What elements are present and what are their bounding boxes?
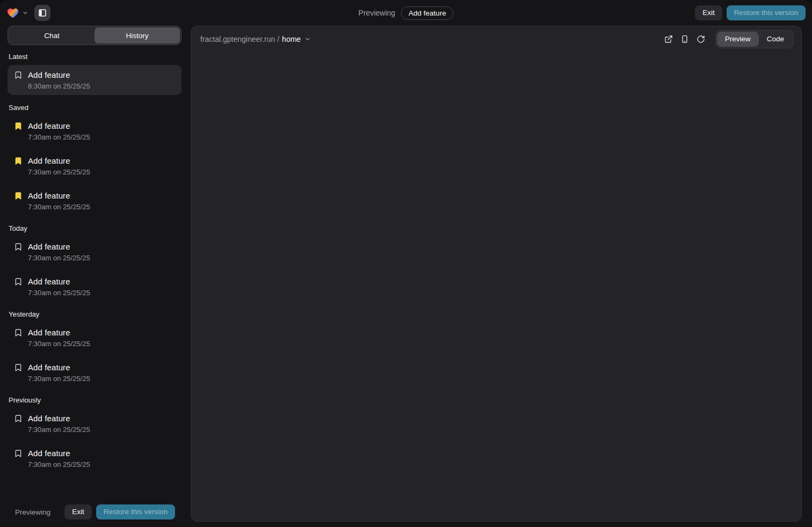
bookmark-icon: [14, 449, 23, 458]
bookmark-icon: [14, 414, 23, 423]
footer-exit-button[interactable]: Exit: [64, 504, 92, 519]
history-item-text: Add feature 7:30am on 25/25/25: [28, 413, 90, 434]
history-section: Previously Add feature 7:30am on 25/25/2…: [8, 396, 182, 473]
section-items: Add feature 8:30am on 25/25/25: [8, 65, 182, 95]
exit-button[interactable]: Exit: [695, 5, 722, 20]
section-label: Latest: [9, 53, 180, 61]
sidebar-footer: Previewing Exit Restore this version: [8, 500, 182, 527]
mobile-view-button[interactable]: [677, 31, 693, 47]
bookmark-outline-icon: [14, 363, 23, 372]
tab-preview[interactable]: Preview: [717, 32, 759, 47]
history-item-text: Add feature 7:30am on 25/25/25: [28, 362, 90, 383]
history-item-time: 7:30am on 25/25/25: [28, 339, 90, 348]
history-item[interactable]: Add feature 7:30am on 25/25/25: [8, 272, 182, 302]
history-item-title: Add feature: [28, 69, 90, 80]
history-item-title: Add feature: [28, 241, 90, 252]
history-item-time: 7:30am on 25/25/25: [28, 167, 90, 177]
bookmark-icon: [14, 71, 23, 79]
app-window: Previewing Add feature Exit Restore this…: [0, 0, 812, 527]
bookmark-filled-icon: [14, 157, 23, 165]
panel-left-icon: [38, 9, 47, 17]
footer-restore-version-button[interactable]: Restore this version: [96, 504, 175, 519]
restore-version-button[interactable]: Restore this version: [727, 5, 806, 20]
chevron-down-icon: [22, 10, 28, 16]
history-item-title: Add feature: [28, 413, 90, 424]
bookmark-icon: [14, 363, 23, 372]
refresh-icon: [697, 35, 705, 43]
bookmark-outline-icon: [14, 449, 23, 458]
history-item[interactable]: Add feature 7:30am on 25/25/25: [8, 323, 182, 353]
history-section: Today Add feature 7:30am on 25/25/25: [8, 224, 182, 302]
history-item-text: Add feature 7:30am on 25/25/25: [28, 241, 90, 262]
tab-history[interactable]: History: [95, 27, 180, 43]
history-item[interactable]: Add feature 7:30am on 25/25/25: [8, 116, 182, 146]
url-page: home: [282, 35, 301, 43]
history-item[interactable]: Add feature 7:30am on 25/25/25: [8, 408, 182, 438]
bookmark-icon: [14, 277, 23, 286]
bookmark-outline-icon: [14, 71, 23, 79]
history-item[interactable]: Add feature 7:30am on 25/25/25: [8, 237, 182, 267]
history-item-text: Add feature 8:30am on 25/25/25: [28, 69, 90, 91]
external-link-icon: [664, 35, 673, 43]
history-item-time: 7:30am on 25/25/25: [28, 253, 90, 262]
preview-content[interactable]: [191, 52, 801, 521]
history-item-text: Add feature 7:30am on 25/25/25: [28, 327, 90, 348]
history-item[interactable]: Add feature 7:30am on 25/25/25: [8, 151, 182, 181]
url-prefix: fractal.gptengineer.run /: [200, 35, 279, 43]
history-item-text: Add feature 7:30am on 25/25/25: [28, 276, 90, 297]
refresh-button[interactable]: [693, 31, 709, 47]
bookmark-filled-icon: [14, 192, 23, 200]
topbar-status: Previewing Add feature: [358, 6, 453, 20]
sidebar-toggle-button[interactable]: [34, 5, 50, 21]
bookmark-outline-icon: [14, 328, 23, 337]
brand[interactable]: [6, 6, 28, 19]
bookmark-outline-icon: [14, 243, 23, 251]
bookmark-outline-icon: [14, 277, 23, 286]
bookmark-icon: [14, 192, 23, 200]
history-item-time: 7:30am on 25/25/25: [28, 425, 90, 434]
history-item-title: Add feature: [28, 155, 90, 166]
section-label: Saved: [9, 104, 180, 112]
history-item-time: 7:30am on 25/25/25: [28, 460, 90, 469]
section-items: Add feature 7:30am on 25/25/25 Add featu…: [8, 237, 182, 302]
history-section: Yesterday Add feature 7:30am on 25/25/25: [8, 310, 182, 387]
top-bar: Previewing Add feature Exit Restore this…: [0, 0, 812, 26]
history-section: Saved Add feature 7:30am on 25/25/25: [8, 104, 182, 216]
sidebar-tabbar: Chat History: [8, 26, 182, 45]
history-item[interactable]: Add feature 7:30am on 25/25/25: [8, 186, 182, 216]
open-external-button[interactable]: [661, 31, 677, 47]
previewing-label: Previewing: [358, 9, 395, 17]
bookmark-icon: [14, 328, 23, 337]
bookmark-icon: [14, 157, 23, 165]
history-item-title: Add feature: [28, 327, 90, 338]
section-items: Add feature 7:30am on 25/25/25 Add featu…: [8, 323, 182, 387]
smartphone-icon: [680, 35, 689, 43]
history-item-title: Add feature: [28, 362, 90, 373]
history-item-text: Add feature 7:30am on 25/25/25: [28, 190, 90, 211]
version-badge[interactable]: Add feature: [401, 6, 454, 20]
chevron-down-icon: [305, 36, 311, 42]
history-item-time: 8:30am on 25/25/25: [28, 82, 90, 91]
bookmark-filled-icon: [14, 122, 23, 130]
history-item-title: Add feature: [28, 120, 90, 131]
topbar-actions: Exit Restore this version: [695, 5, 806, 20]
history-item-text: Add feature 7:30am on 25/25/25: [28, 448, 90, 469]
history-section: Latest Add feature 8:30am on 25/25/25: [8, 53, 182, 95]
history-item[interactable]: Add feature 7:30am on 25/25/25: [8, 443, 182, 473]
lovable-heart-logo: [6, 6, 19, 19]
history-item-time: 7:30am on 25/25/25: [28, 133, 90, 142]
bookmark-icon: [14, 243, 23, 251]
tab-chat[interactable]: Chat: [9, 27, 95, 43]
tab-code[interactable]: Code: [759, 32, 792, 47]
history-item[interactable]: Add feature 8:30am on 25/25/25: [8, 65, 182, 95]
preview-panel-header: fractal.gptengineer.run / home: [191, 26, 801, 52]
section-items: Add feature 7:30am on 25/25/25 Add featu…: [8, 408, 182, 473]
preview-panel: fractal.gptengineer.run / home: [191, 26, 802, 522]
url-selector[interactable]: fractal.gptengineer.run / home: [200, 35, 311, 43]
history-item[interactable]: Add feature 7:30am on 25/25/25: [8, 357, 182, 387]
history-item-text: Add feature 7:30am on 25/25/25: [28, 155, 90, 177]
history-item-title: Add feature: [28, 448, 90, 459]
sidebar: Chat History Latest Add feature 8:3: [8, 26, 182, 527]
bookmark-icon: [14, 122, 23, 130]
section-label: Previously: [9, 396, 180, 404]
